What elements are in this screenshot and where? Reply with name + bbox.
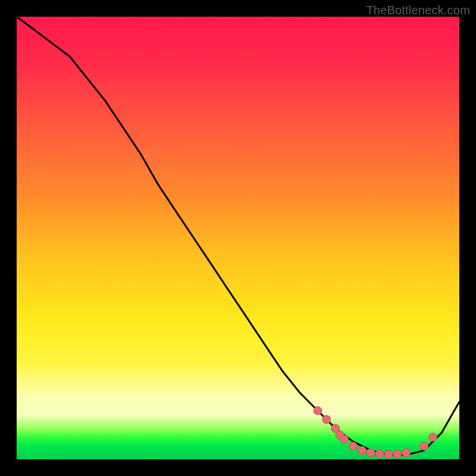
bottleneck-marker: [384, 450, 393, 459]
bottleneck-marker: [314, 406, 322, 415]
bottleneck-curve: [17, 17, 459, 455]
bottleneck-marker: [367, 449, 375, 457]
bottleneck-marker: [428, 433, 437, 441]
curve-svg: [17, 17, 459, 459]
bottleneck-marker: [420, 442, 428, 450]
bottleneck-marker: [402, 449, 411, 457]
plot-area: [17, 17, 459, 459]
bottleneck-marker: [358, 446, 366, 455]
bottleneck-marker: [375, 450, 384, 458]
chart-frame: TheBottleneck.com: [0, 0, 476, 476]
bottleneck-marker: [322, 415, 331, 424]
bottleneck-marker: [340, 436, 349, 444]
watermark-text: TheBottleneck.com: [366, 4, 470, 17]
bottleneck-marker: [349, 442, 357, 450]
bottleneck-marker: [393, 450, 402, 458]
